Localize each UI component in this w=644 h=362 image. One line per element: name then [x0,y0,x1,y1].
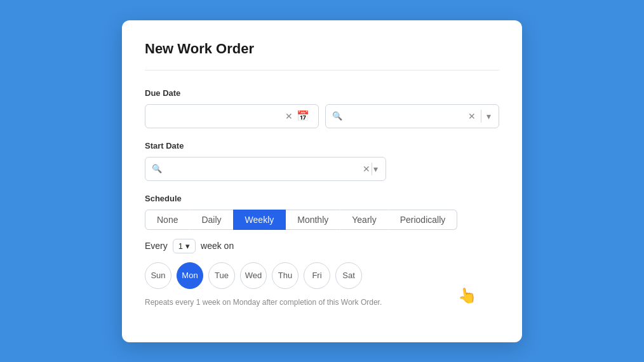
every-value: 1 [178,241,183,251]
start-date-search-icon: 🔍 [152,164,162,173]
due-date-input[interactable]: 12/01/2023 [152,111,284,121]
tab-weekly[interactable]: Weekly [233,210,286,230]
due-date-section: Due Date 12/01/2023 ✕ 📅 🔍 5:00 PM ✕ ▾ [145,88,499,128]
day-wed[interactable]: Wed [240,262,267,289]
due-time-input-group: 🔍 5:00 PM ✕ ▾ [325,104,499,128]
clear-start-date-icon[interactable]: ✕ [361,164,372,174]
calendar-icon[interactable]: 📅 [294,110,312,122]
tab-monthly[interactable]: Monthly [285,210,340,230]
new-work-order-modal: New Work Order Due Date 12/01/2023 ✕ 📅 🔍… [122,20,522,342]
day-sat[interactable]: Sat [335,262,362,289]
modal-title: New Work Order [145,41,499,70]
start-date-dropdown-icon[interactable]: ▾ [372,164,379,174]
start-date-section: Start Date 🔍 12 hours before the due dat… [145,141,499,181]
days-row: Sun Mon Tue Wed Thu Fri Sat [145,262,499,289]
due-date-label: Due Date [145,88,499,98]
due-time-input[interactable]: 5:00 PM [349,111,463,121]
time-search-icon: 🔍 [332,111,342,121]
day-tue[interactable]: Tue [208,262,235,289]
day-sun[interactable]: Sun [145,262,171,289]
time-dropdown-icon[interactable]: ▾ [485,111,492,121]
tab-daily[interactable]: Daily [189,210,233,230]
due-date-input-group: 12/01/2023 ✕ 📅 [145,104,319,128]
start-date-label: Start Date [145,141,499,151]
clear-time-icon[interactable]: ✕ [467,111,477,121]
tab-none[interactable]: None [145,210,190,230]
day-mon[interactable]: Mon [177,262,203,289]
start-date-input[interactable]: 12 hours before the due date. [164,164,361,174]
start-date-input-group: 🔍 12 hours before the due date. ✕ ▾ [145,157,386,181]
repeat-note: Repeats every 1 week on Monday after com… [145,298,499,307]
schedule-tabs: None Daily Weekly Monthly Yearly Periodi… [145,210,499,230]
time-divider [481,110,481,123]
schedule-section: Schedule None Daily Weekly Monthly Yearl… [145,194,499,307]
clear-date-icon[interactable]: ✕ [284,111,294,121]
hand-pointer-icon: 👆 [456,285,478,306]
week-on-label: week on [201,241,234,251]
every-row: Every 1 ▾ week on [145,239,499,253]
day-fri[interactable]: Fri [304,262,330,289]
schedule-label: Schedule [145,194,499,203]
every-dropdown-icon: ▾ [185,241,190,251]
every-select[interactable]: 1 ▾ [173,239,196,253]
every-label: Every [145,241,168,251]
day-thu[interactable]: Thu [272,262,299,289]
tab-periodically[interactable]: Periodically [388,210,458,230]
tab-yearly[interactable]: Yearly [340,210,388,230]
